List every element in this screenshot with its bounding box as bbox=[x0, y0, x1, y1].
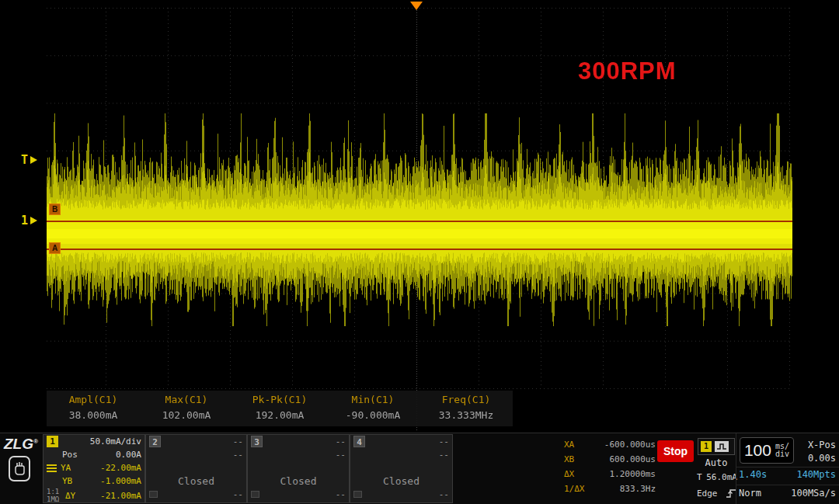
status-bar: ZLG® 1 50.0mA/div Pos 0.00A YA -22.00mA bbox=[0, 433, 839, 504]
cursor-b-line[interactable] bbox=[47, 221, 792, 222]
channel4-status: Closed bbox=[350, 475, 452, 487]
cursor-a-line[interactable] bbox=[47, 249, 792, 250]
cursor-dy-value: -21.00mA bbox=[100, 491, 141, 501]
probe-info: 1:1 1MΩ bbox=[47, 488, 65, 503]
acquisition-window: 1.40s bbox=[739, 469, 767, 480]
trigger-source-badge: 1 bbox=[701, 441, 712, 452]
trigger-source-box[interactable]: 1 bbox=[698, 438, 735, 455]
cursor-inv-dx-row: 1/ΔX 833.3Hz bbox=[564, 481, 656, 496]
probe-ratio: 1:1 bbox=[47, 488, 65, 495]
channel2-scale: -- bbox=[233, 436, 243, 447]
x-position-label: X-Pos bbox=[795, 440, 836, 450]
input-impedance: 1MΩ bbox=[47, 495, 65, 503]
cursor-yb-label: YB bbox=[62, 476, 72, 486]
zlg-logo-text: ZLG® bbox=[4, 436, 43, 453]
right-arrow-icon bbox=[30, 156, 37, 164]
channel4-pos: -- bbox=[439, 450, 449, 460]
cursor-yb-value: -1.000mA bbox=[100, 476, 141, 486]
x-position-value: 0.00s bbox=[795, 453, 836, 464]
channel3-extra: -- bbox=[336, 489, 346, 499]
channel2-extra: -- bbox=[233, 489, 243, 499]
channel3-scale: -- bbox=[336, 436, 346, 447]
rpm-annotation: 300RPM bbox=[578, 57, 677, 85]
coupling-icon-disabled bbox=[149, 491, 158, 498]
cursor-ya-value: -22.00mA bbox=[100, 463, 141, 473]
acquisition-window-row: 1.40s 140Mpts bbox=[739, 469, 836, 480]
coupling-icon bbox=[47, 464, 57, 472]
channel1-badge: 1 bbox=[47, 436, 58, 447]
channel1-panel[interactable]: 1 50.0mA/div Pos 0.00A YA -22.00mA YB -1… bbox=[43, 434, 145, 503]
timebase-scale: 100 bbox=[744, 441, 771, 460]
separator bbox=[736, 485, 839, 485]
trigger-level-letter: T bbox=[21, 153, 28, 167]
timebase-unit: ms/ div bbox=[775, 443, 789, 458]
memory-depth: 140Mpts bbox=[796, 469, 836, 480]
stop-button[interactable]: Stop bbox=[657, 440, 694, 462]
cursor-a-label[interactable]: A bbox=[49, 242, 61, 254]
channel4-scale: -- bbox=[439, 436, 449, 447]
cursor-dy-label: ΔY bbox=[65, 491, 75, 501]
measurement-freq: Freq(C1) 33.333MHz bbox=[420, 391, 513, 426]
cursor-dx-row: ΔX 1.20000ms bbox=[564, 467, 656, 481]
measurement-strip: Ampl(C1) 38.000mA Max(C1) 102.00mA Pk-Pk… bbox=[47, 391, 513, 426]
trigger-signal-icon bbox=[715, 441, 729, 452]
x-position[interactable]: X-Pos 0.00s bbox=[795, 440, 836, 464]
channel3-panel[interactable]: 3 -- -- Closed -- bbox=[247, 434, 350, 503]
measurement-max: Max(C1) 102.00mA bbox=[140, 391, 233, 426]
cursor-readout: XA -600.000us XB 600.000us ΔX 1.20000ms … bbox=[564, 437, 656, 496]
sampling-row: Norm 100MSa/s bbox=[739, 488, 836, 499]
trigger-mode[interactable]: Auto bbox=[698, 457, 735, 468]
right-arrow-icon bbox=[30, 217, 37, 224]
channel4-panel[interactable]: 4 -- -- Closed -- bbox=[350, 434, 453, 503]
channel1-scale: 50.0mA/div bbox=[90, 436, 141, 447]
sample-rate: 100MSa/s bbox=[791, 488, 836, 499]
channel2-pos: -- bbox=[233, 450, 243, 460]
trigger-level-row: T 56.0mA bbox=[697, 472, 737, 482]
trigger-position-marker[interactable] bbox=[410, 2, 423, 10]
timebase-box[interactable]: 100 ms/ div bbox=[740, 437, 794, 464]
channel1-pos-label: Pos bbox=[62, 450, 78, 460]
channel3-pos: -- bbox=[336, 450, 346, 460]
measurement-ampl: Ampl(C1) 38.000mA bbox=[47, 391, 140, 426]
channel2-panel[interactable]: 2 -- -- Closed -- bbox=[145, 434, 247, 503]
waveform-canvas bbox=[47, 8, 792, 431]
trigger-level-value: 56.0mA bbox=[706, 472, 737, 482]
trigger-type: Edge bbox=[697, 488, 718, 499]
channel3-status: Closed bbox=[248, 475, 349, 487]
coupling-icon-disabled bbox=[251, 491, 259, 498]
channel4-badge: 4 bbox=[353, 436, 365, 447]
channel4-extra: -- bbox=[439, 489, 449, 499]
cursor-ya-label: YA bbox=[61, 463, 71, 473]
separator bbox=[736, 433, 736, 504]
coupling-icon-disabled bbox=[353, 491, 362, 498]
channel1-marker-number: 1 bbox=[21, 214, 28, 228]
oscilloscope-screen: 300RPM T 1 B A Ampl(C1) 38.000mA Max(C1)… bbox=[0, 0, 839, 504]
cursor-b-label[interactable]: B bbox=[49, 203, 61, 215]
separator bbox=[736, 467, 839, 468]
zlg-logo: ZLG® bbox=[4, 436, 43, 481]
sampling-mode: Norm bbox=[739, 488, 761, 499]
cursor-xb-row: XB 600.000us bbox=[564, 452, 656, 467]
channel1-pos-value: 0.00A bbox=[116, 450, 141, 460]
channel2-badge: 2 bbox=[149, 436, 161, 447]
trigger-level-label: T bbox=[697, 472, 702, 482]
channel3-badge: 3 bbox=[251, 436, 263, 447]
trigger-type-row: Edge bbox=[697, 488, 737, 499]
measurement-pkpk: Pk-Pk(C1) 192.00mA bbox=[233, 391, 326, 426]
channel1-ground-marker[interactable]: 1 bbox=[21, 214, 37, 228]
fist-icon bbox=[9, 456, 30, 481]
channel2-status: Closed bbox=[146, 475, 246, 487]
trigger-level-marker[interactable]: T bbox=[21, 153, 37, 167]
cursor-xa-row: XA -600.000us bbox=[564, 437, 656, 452]
measurement-min: Min(C1) -90.000mA bbox=[326, 391, 420, 426]
